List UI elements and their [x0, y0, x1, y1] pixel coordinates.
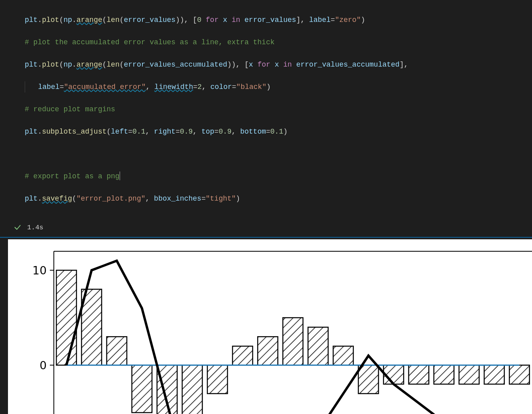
code-token: plt: [25, 195, 37, 203]
error-bar: [233, 346, 252, 365]
code-token: np: [63, 16, 72, 24]
check-icon: [14, 223, 22, 231]
code-token: 0.1: [270, 128, 283, 136]
code-line[interactable]: # reduce plot margins: [25, 104, 532, 115]
code-token: for: [206, 16, 219, 24]
code-token: "error_plot.png": [77, 195, 146, 203]
error-bar: [509, 365, 529, 384]
code-line[interactable]: plt.plot(np.arange(len(error_values)), […: [25, 14, 532, 26]
error-bar: [283, 318, 303, 365]
code-token: error_values: [124, 16, 176, 24]
code-line[interactable]: plt.subplots_adjust(left=0.1, right=0.9,…: [25, 126, 532, 137]
error-bar: [359, 365, 378, 394]
error-bar: [258, 337, 278, 365]
code-token: left: [111, 128, 128, 136]
error-bar: [459, 365, 479, 384]
code-token: plot: [42, 61, 59, 69]
error-bar: [484, 365, 504, 384]
code-token: label: [38, 83, 59, 91]
error-bar: [434, 365, 454, 384]
code-token: plt: [25, 128, 37, 136]
code-token: error_values_accumulated: [124, 61, 227, 69]
code-token: plot: [42, 16, 59, 24]
y-tick-label: 0: [39, 359, 47, 372]
code-token: len: [106, 16, 119, 24]
code-line[interactable]: label="accumulated error", linewidth=2, …: [25, 81, 532, 93]
y-tick-label: 10: [32, 264, 47, 277]
code-line[interactable]: plt.plot(np.arange(len(error_values_accu…: [25, 59, 532, 70]
code-token: np: [63, 61, 72, 69]
error-bar: [409, 365, 429, 384]
cell-output: −10010: [8, 239, 532, 414]
code-token: top: [201, 128, 214, 136]
code-token: label: [309, 16, 331, 24]
code-token: arange: [77, 61, 102, 69]
code-token: in: [283, 61, 292, 69]
error-bar: [333, 346, 353, 365]
error-bar: [308, 327, 328, 365]
error-bar: [132, 365, 152, 413]
code-line[interactable]: [25, 148, 532, 160]
code-token: 0.9: [180, 128, 193, 136]
code-token: bottom: [240, 128, 266, 136]
error-bar: [207, 365, 227, 394]
code-token: 0: [197, 16, 201, 24]
code-comment: # plot the accumulated error values as a…: [25, 38, 275, 46]
code-token: x: [249, 61, 253, 69]
code-line[interactable]: # plot the accumulated error values as a…: [25, 37, 532, 48]
code-line[interactable]: # export plot as a png: [25, 171, 532, 182]
code-token: "tight": [206, 195, 236, 203]
code-token: len: [106, 61, 119, 69]
error-bar: [182, 365, 202, 414]
code-token: 0.1: [132, 128, 145, 136]
code-token: in: [232, 16, 240, 24]
code-token: color: [211, 83, 232, 91]
code-token: error_values: [244, 16, 296, 24]
code-token: for: [257, 61, 270, 69]
execution-time: 1.4s: [27, 224, 43, 231]
code-token: bbox_inches: [154, 195, 201, 203]
code-token: plt: [25, 61, 37, 69]
code-comment: # export plot as a png: [25, 172, 120, 180]
code-cell[interactable]: plt.plot(np.arange(len(error_values)), […: [0, 0, 532, 219]
code-token: plt: [25, 16, 37, 24]
code-token: savefig: [42, 195, 72, 203]
error-plot: −10010: [8, 239, 532, 414]
code-token: right: [154, 128, 175, 136]
code-token: 0.9: [219, 128, 231, 136]
code-comment: # reduce plot margins: [25, 105, 115, 113]
code-token: "black": [236, 83, 266, 91]
code-token: 2: [197, 83, 202, 91]
code-token: linewidth: [154, 83, 193, 91]
cell-status-bar: 1.4s: [0, 219, 532, 238]
error-bar: [56, 270, 76, 365]
code-token: "accumulated error": [64, 83, 146, 91]
code-token: x: [223, 16, 227, 24]
text-caret: [120, 172, 120, 180]
code-token: subplots_adjust: [42, 128, 106, 136]
code-token: "zero": [335, 16, 361, 24]
error-bar: [107, 337, 127, 365]
code-token: x: [275, 61, 279, 69]
code-line[interactable]: plt.savefig("error_plot.png", bbox_inche…: [25, 193, 532, 204]
code-token: error_values_accumulated: [296, 61, 400, 69]
code-token: arange: [77, 16, 102, 24]
